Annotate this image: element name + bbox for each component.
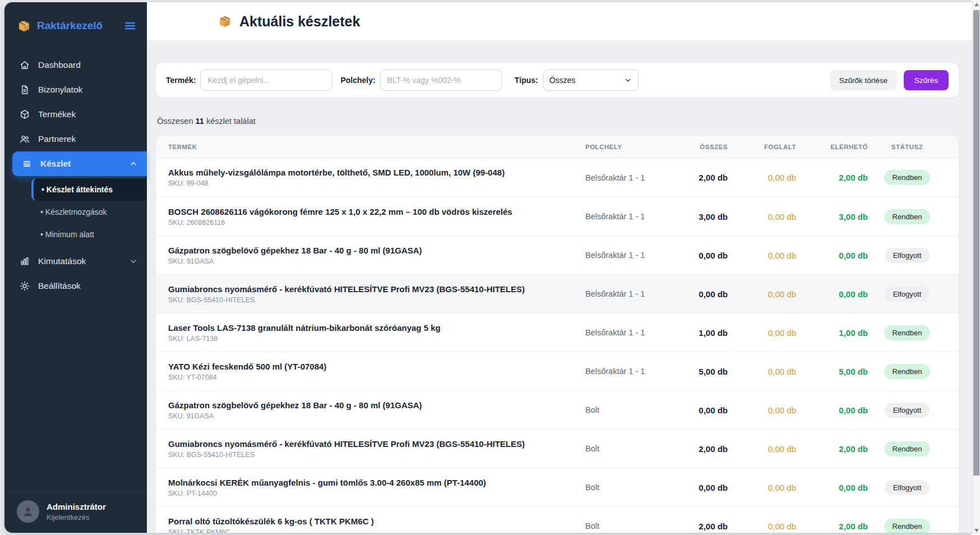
stock-table: TERMÉK POLCHELY ÖSSZES FOGLALT ELÉRHETŐ … <box>156 136 959 533</box>
reserved-qty: 0,00 db <box>728 367 796 376</box>
submenu-item-label: • Készlet áttekintés <box>41 185 113 194</box>
table-row[interactable]: Akkus műhely-vizsgálólámpa motortérbe, t… <box>156 158 959 197</box>
product-sku: SKU: LAS-7138 <box>168 335 568 343</box>
total-qty: 0,00 db <box>660 251 728 260</box>
filter-button[interactable]: Szűrés <box>904 70 949 90</box>
product-name: Gázpatron szögbelövő gépekhez 18 Bar - 4… <box>168 400 568 410</box>
sidebar-item-label: Termékek <box>38 109 76 119</box>
shelf-filter-input[interactable] <box>380 70 502 91</box>
window-scrollbar[interactable] <box>972 0 980 535</box>
available-qty: 0,00 db <box>796 289 868 299</box>
sidebar-item-bizonylatok[interactable]: Bizonylatok <box>4 77 147 102</box>
product-name: Gumiabroncs nyomásmérő - kerékfúvató HIT… <box>168 439 568 449</box>
table-row[interactable]: Molnárkocsi KERÉK műanyagfelnis - gumi t… <box>156 468 959 506</box>
status-badge: Rendben <box>884 325 931 340</box>
reserved-qty: 0,00 db <box>728 289 796 299</box>
available-qty: 5,00 db <box>796 367 868 376</box>
status-badge: Rendben <box>884 364 931 379</box>
hamburger-menu-icon[interactable] <box>123 19 137 33</box>
sidebar-item-keszlet[interactable]: Készlet <box>12 151 147 176</box>
total-qty: 0,00 db <box>660 405 728 415</box>
product-name: Gumiabroncs nyomásmérő - kerékfúvató HIT… <box>168 284 568 294</box>
sidebar-item-dashboard[interactable]: Dashboard <box>4 53 147 77</box>
main-area: Aktuális készletek Termék: Polchely: Típ… <box>147 2 972 533</box>
table-row[interactable]: Gázpatron szögbelövő gépekhez 18 Bar - 4… <box>156 236 959 274</box>
content-area: Termék: Polchely: Típus: Összes Szűrők t… <box>147 40 972 533</box>
product-sku: SKU: 91GASA <box>168 412 568 420</box>
reserved-qty: 0,00 db <box>728 444 796 454</box>
type-select[interactable]: Összes <box>543 70 639 91</box>
reserved-qty: 0,00 db <box>728 173 796 182</box>
status-badge: Rendben <box>884 209 931 224</box>
product-name: Laser Tools LAS-7138 granulált nátrium-b… <box>168 323 568 333</box>
table-row[interactable]: Laser Tools LAS-7138 granulált nátrium-b… <box>156 313 959 352</box>
table-row[interactable]: Porral oltó tűzoltókészülék 6 kg-os ( TK… <box>156 506 959 533</box>
sidebar-item-partnerek[interactable]: Partnerek <box>4 127 147 151</box>
table-row[interactable]: Gumiabroncs nyomásmérő - kerékfúvató HIT… <box>156 429 959 468</box>
app-window: Raktárkezelő Dashboard Bizonylatok Termé… <box>4 2 972 533</box>
available-qty: 0,00 db <box>796 483 868 492</box>
total-qty: 3,00 db <box>660 212 728 222</box>
logout-link[interactable]: Kijelentkezés <box>47 513 106 522</box>
column-header-foglalt: FOGLALT <box>728 144 796 150</box>
product-filter-input[interactable] <box>200 70 332 91</box>
submenu-item-minimum-alatt[interactable]: • Minimum alatt <box>4 223 147 246</box>
total-qty: 2,00 db <box>660 173 728 182</box>
product-sku: SKU: 99-048 <box>168 179 568 187</box>
table-row[interactable]: Gázpatron szögbelövő gépekhez 18 Bar - 4… <box>156 390 959 429</box>
home-icon <box>19 59 30 71</box>
document-icon <box>19 84 30 95</box>
sidebar-item-label: Beállítások <box>38 281 81 291</box>
total-qty: 2,00 db <box>660 522 728 531</box>
product-sku: SKU: YT-07084 <box>168 373 568 381</box>
sidebar-nav: Dashboard Bizonylatok Termékek Partnerek… <box>4 49 147 492</box>
product-sku: SKU: BGS-55410-HITELES <box>168 296 568 304</box>
shelf-location: Belsőraktár 1 - 1 <box>585 289 660 298</box>
shelf-location: Bolt <box>585 405 660 414</box>
package-icon <box>17 19 31 33</box>
total-qty: 0,00 db <box>660 483 728 492</box>
results-prefix: Összesen <box>157 117 193 126</box>
scrollbar-up-arrow[interactable] <box>974 3 979 6</box>
status-badge: Elfogyott <box>885 287 930 302</box>
app-brand: Raktárkezelő <box>37 20 118 32</box>
sidebar-item-label: Kimutatások <box>38 256 86 266</box>
sidebar-item-label: Dashboard <box>38 60 81 70</box>
product-sku: SKU: TKTK PKM6C <box>168 528 568 533</box>
chevron-down-icon <box>129 257 138 266</box>
available-qty: 2,00 db <box>796 173 868 182</box>
status-badge: Elfogyott <box>885 403 930 418</box>
submenu-item-keszletmozgasok[interactable]: • Készletmozgások <box>4 201 147 223</box>
available-qty: 3,00 db <box>796 212 868 222</box>
scrollbar-thumb[interactable] <box>973 10 979 476</box>
product-name: Gázpatron szögbelövő gépekhez 18 Bar - 4… <box>168 246 568 255</box>
shelf-location: Belsőraktár 1 - 1 <box>585 173 660 182</box>
column-header-elerheto: ELÉRHETŐ <box>796 144 868 150</box>
shelf-location: Bolt <box>585 483 660 492</box>
table-row[interactable]: YATO Kézi fecskendő 500 ml (YT-07084) SK… <box>156 352 959 390</box>
total-qty: 1,00 db <box>660 328 728 338</box>
product-filter-label: Termék: <box>166 76 196 85</box>
table-row[interactable]: Gumiabroncs nyomásmérő - kerékfúvató HIT… <box>156 274 959 313</box>
cube-icon <box>19 109 30 120</box>
product-name: Akkus műhely-vizsgálólámpa motortérbe, t… <box>168 168 568 177</box>
table-header-row: TERMÉK POLCHELY ÖSSZES FOGLALT ELÉRHETŐ … <box>156 136 959 158</box>
column-header-polchely: POLCHELY <box>585 144 660 150</box>
clear-filters-button[interactable]: Szűrők törlése <box>830 70 897 90</box>
package-icon <box>218 14 232 29</box>
column-header-statusz: STÁTUSZ <box>868 144 946 150</box>
shelf-filter-label: Polchely: <box>340 76 375 85</box>
shelf-location: Belsőraktár 1 - 1 <box>585 367 660 376</box>
status-badge: Rendben <box>884 170 931 185</box>
submenu-item-label: • Készletmozgások <box>40 207 107 216</box>
sidebar-item-kimutatasok[interactable]: Kimutatások <box>4 249 147 274</box>
avatar <box>17 500 39 523</box>
sidebar-item-termekek[interactable]: Termékek <box>4 102 147 127</box>
shelf-location: Belsőraktár 1 - 1 <box>585 212 660 221</box>
submenu-item-keszlet-attekintes[interactable]: • Készlet áttekintés <box>31 178 147 201</box>
table-row[interactable]: BOSCH 2608626116 vágókorong fémre 125 x … <box>156 197 959 236</box>
reserved-qty: 0,00 db <box>728 328 796 338</box>
available-qty: 0,00 db <box>796 405 868 415</box>
scrollbar-down-arrow[interactable] <box>974 529 979 532</box>
sidebar-item-beallitasok[interactable]: Beállítások <box>4 274 147 298</box>
